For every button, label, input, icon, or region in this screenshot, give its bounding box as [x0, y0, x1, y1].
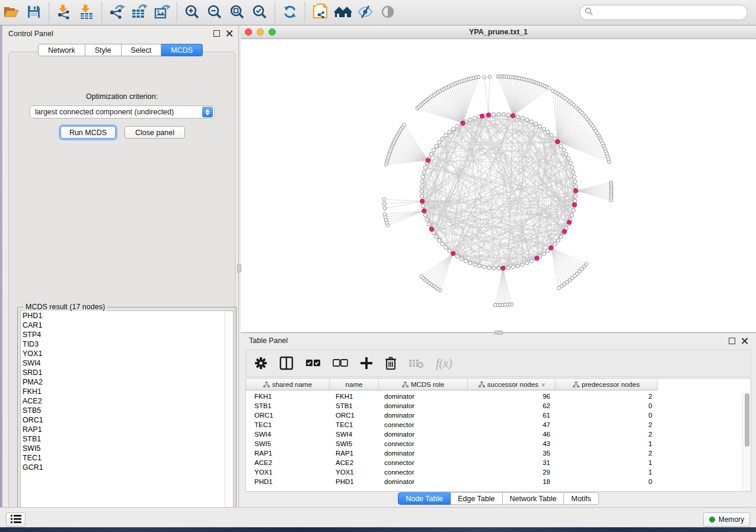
column-header-shared-name[interactable]: shared name — [246, 379, 330, 390]
node-table: shared namenameMCDS rolesuccessor nodesv… — [245, 378, 751, 492]
search-input[interactable] — [597, 8, 747, 17]
table-row[interactable]: SWI4SWI4dominator462 — [246, 430, 751, 439]
close-panel-button[interactable]: Close panel — [125, 126, 185, 139]
mcds-result-item[interactable]: FKH1 — [21, 387, 233, 396]
import-network-button[interactable] — [53, 2, 75, 23]
mcds-result-item[interactable]: SWI4 — [21, 358, 233, 368]
export-image-button[interactable] — [151, 2, 173, 23]
table-cell: PHD1 — [330, 478, 379, 485]
bottom-tab-node-table[interactable]: Node Table — [398, 492, 451, 505]
column-header-name[interactable]: name — [330, 379, 379, 390]
mcds-result-item[interactable]: PMA2 — [21, 377, 233, 387]
mcds-result-list[interactable]: PHD1CAR1STP4TID3YOX1SWI4SRD1PMA2FKH1ACE2… — [20, 310, 234, 520]
mcds-result-item[interactable]: CAR1 — [21, 321, 233, 330]
mcds-result-item[interactable]: SRD1 — [21, 368, 233, 377]
table-row[interactable]: TEC1TEC1connector472 — [246, 420, 751, 430]
run-mcds-button[interactable]: Run MCDS — [60, 126, 116, 139]
open-file-button[interactable] — [0, 2, 23, 23]
add-column-icon[interactable] — [360, 357, 373, 370]
deselect-all-rows-icon[interactable] — [333, 359, 348, 367]
table-row[interactable]: RAP1RAP1dominator352 — [246, 448, 751, 458]
network-view-window: YPA_prune.txt_1 — [241, 25, 756, 332]
bottom-tab-edge-table[interactable]: Edge Table — [451, 492, 502, 505]
export-network-button[interactable] — [106, 2, 128, 23]
table-cell: 0 — [556, 412, 658, 419]
column-header-MCDS-role[interactable]: MCDS role — [379, 379, 468, 390]
table-scrollbar-thumb[interactable] — [745, 393, 749, 447]
task-history-button[interactable] — [6, 512, 25, 527]
column-header-predecessor-nodes[interactable]: predecessor nodes — [556, 379, 658, 390]
mcds-result-item[interactable]: YOX1 — [21, 349, 233, 358]
memory-button[interactable]: Memory — [703, 512, 750, 527]
table-row[interactable]: SWI5SWI5connector431 — [246, 439, 751, 448]
show-selected-button[interactable] — [377, 2, 399, 23]
table-scrollbar[interactable] — [742, 392, 751, 491]
mcds-result-item[interactable]: STB5 — [21, 406, 233, 415]
table-cell: ACE2 — [330, 459, 379, 466]
table-row[interactable]: ORC1ORC1dominator610 — [246, 411, 751, 420]
criterion-select[interactable]: largest connected component (undirected) — [30, 105, 215, 118]
column-attribute-icon — [402, 382, 409, 387]
table-cell: 62 — [468, 402, 556, 409]
new-network-from-selection-button[interactable] — [309, 2, 331, 23]
zoom-selected-button[interactable] — [248, 2, 271, 23]
export-image-icon — [154, 4, 170, 21]
mcds-result-item[interactable]: TID3 — [21, 339, 233, 349]
table-row[interactable]: ACE2ACE2connector311 — [246, 458, 751, 467]
table-cell: RAP1 — [246, 450, 330, 457]
tab-style[interactable]: Style — [85, 44, 122, 56]
refresh-button[interactable] — [279, 2, 301, 23]
zoom-in-icon — [184, 4, 200, 21]
mcds-result-item[interactable]: PHD1 — [21, 311, 233, 321]
bottom-tab-motifs[interactable]: Motifs — [564, 492, 598, 505]
network-canvas[interactable] — [241, 39, 756, 332]
mcds-result-item[interactable]: TEC1 — [21, 453, 233, 463]
network-graph[interactable] — [241, 39, 756, 332]
show-all-networks-icon — [334, 5, 352, 21]
settings-gear-icon[interactable] — [254, 357, 267, 370]
mcds-result-item[interactable]: ORC1 — [21, 415, 233, 425]
float-table-panel-icon[interactable] — [729, 338, 735, 344]
search-box[interactable] — [579, 5, 748, 20]
mcds-result-item[interactable]: ACE2 — [21, 396, 233, 406]
close-panel-icon[interactable] — [226, 30, 232, 37]
export-table-button[interactable] — [128, 2, 151, 23]
mcds-result-item[interactable]: STB1 — [21, 434, 233, 444]
horizontal-splitter-handle[interactable] — [495, 331, 503, 335]
vertical-splitter-handle[interactable] — [237, 264, 241, 273]
save-session-button[interactable] — [23, 2, 45, 23]
table-cell: 2 — [556, 393, 658, 400]
mcds-result-item[interactable]: STP4 — [21, 330, 233, 339]
close-table-panel-icon[interactable] — [741, 338, 748, 344]
table-cell: dominator — [379, 431, 468, 438]
import-table-button[interactable] — [75, 2, 98, 23]
zoom-out-button[interactable] — [203, 2, 226, 23]
mcds-result-item[interactable]: RAP1 — [21, 425, 233, 434]
select-all-rows-icon[interactable] — [305, 359, 321, 367]
show-all-networks-button[interactable] — [331, 2, 354, 23]
hide-selected-button[interactable] — [354, 2, 377, 23]
zoom-fit-button[interactable] — [226, 2, 248, 23]
column-header-successor-nodes[interactable]: successor nodesv — [468, 379, 556, 390]
mcds-result-item[interactable]: GCR1 — [21, 463, 233, 472]
delete-column-icon[interactable] — [385, 356, 397, 370]
tab-mcds[interactable]: MCDS — [161, 44, 203, 56]
table-row[interactable]: STB1STB1dominator620 — [246, 401, 751, 411]
table-row[interactable]: PHD1PHD1dominator180 — [246, 477, 751, 486]
bottom-tab-network-table[interactable]: Network Table — [503, 492, 564, 505]
function-builder-icon[interactable]: f(x) — [436, 357, 452, 370]
tab-select[interactable]: Select — [122, 44, 162, 56]
zoom-in-button[interactable] — [181, 2, 203, 23]
delete-table-icon[interactable] — [409, 358, 424, 368]
table-cell: FKH1 — [330, 393, 379, 400]
table-panel: Table Panel — [241, 332, 756, 507]
mcds-result-item[interactable]: SWI5 — [21, 444, 233, 453]
mcds-result-scrollbar[interactable] — [225, 311, 233, 519]
export-table-icon — [131, 4, 148, 21]
float-panel-icon[interactable] — [213, 30, 220, 37]
table-cell: dominator — [379, 478, 468, 485]
table-row[interactable]: YOX1YOX1connector291 — [246, 467, 751, 477]
table-row[interactable]: FKH1FKH1dominator962 — [246, 392, 751, 401]
tab-network[interactable]: Network — [38, 44, 85, 56]
column-visibility-icon[interactable] — [279, 356, 294, 370]
